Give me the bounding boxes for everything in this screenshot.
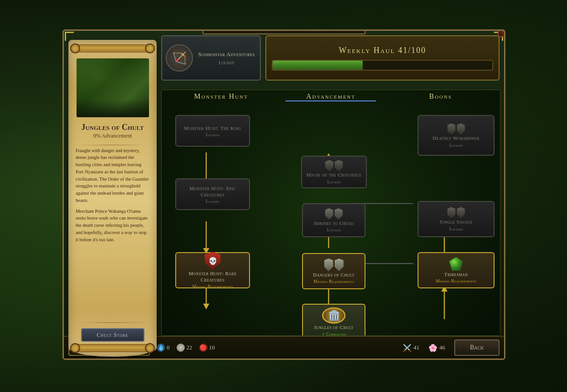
node-house-crocodile[interactable]: House of the Crocodile Locked — [301, 156, 367, 188]
scroll-top-rod — [74, 44, 151, 53]
monster-hunt-rare-title: Monster Hunt: Rare Creatures — [180, 271, 245, 282]
adventures-locked: Locked — [197, 60, 256, 65]
scroll-desc-para-2: Merchant Prince Wakanga O'tamu seeks bra… — [76, 208, 149, 244]
scroll-advancement: 9% Advancement — [93, 133, 132, 139]
scroll-divider-1 — [78, 145, 148, 145]
house-crocodile-title: House of the Crocodile — [307, 172, 362, 178]
node-monster-hunt-rare[interactable]: 💀 Monster Hunt: Rare Creatures Missing R… — [175, 252, 250, 288]
node-jungle-savage[interactable]: Jungle Savage Locked — [418, 201, 495, 237]
monster-hunt-rare-icon: 💀 — [205, 252, 221, 270]
currency-silver-value: 22 — [187, 344, 192, 351]
jungle-savage-icon — [447, 207, 465, 218]
col-header-monster-hunt: Monster Hunt — [176, 92, 266, 101]
deathly-worshipper-icon — [447, 123, 465, 134]
weekly-haul-title: Weekly Haul 41/100 — [339, 46, 426, 55]
deathly-worshipper-status: Locked — [449, 143, 463, 148]
dangers-chult-icon — [324, 258, 344, 271]
currency-silver-item: ⚬ 22 — [177, 344, 192, 352]
adventures-icon: 🏹 — [166, 44, 193, 72]
close-button[interactable]: × — [498, 29, 505, 37]
adventures-box: 🏹 Soshenstar Adventures Locked — [161, 35, 261, 81]
content-area: Monster Hunt Advancement Boons — [161, 90, 500, 336]
scroll-description: Fraught with danger and mystery, dense j… — [74, 147, 151, 320]
jungle-savage-title: Jungle Savage — [440, 219, 473, 225]
adventures-text: Soshenstar Adventures Locked — [197, 51, 256, 66]
currency-red-icon: 🔴 — [199, 344, 207, 352]
scroll-bottom-rod — [74, 344, 151, 352]
scroll-panel: Jungles of Chult 9% Advancement Fraught … — [68, 40, 157, 357]
node-dangers-chult[interactable]: Dangers of Chult Missing Requirements — [302, 253, 365, 289]
node-shrines-ubtao[interactable]: Shrines to Ubtao Locked — [302, 203, 365, 237]
jungles-chult-icon: 🏛️ — [322, 307, 346, 324]
stat-swords: ⚔️ 41 — [403, 344, 419, 352]
stat-flowers-value: 46 — [439, 344, 445, 351]
shrines-ubtao-title: Shrines to Ubtao — [314, 220, 354, 226]
node-monster-hunt-epic[interactable]: Monster Hunt: Epic Creatures Locked — [175, 178, 250, 210]
dangers-chult-title: Dangers of Chult — [313, 272, 355, 278]
scroll-divider-2 — [78, 322, 148, 323]
flowers-icon: 🌸 — [428, 344, 437, 352]
jungles-chult-title: Jungles of Chult — [314, 325, 354, 330]
house-crocodile-icon — [325, 160, 343, 171]
deathly-worshipper-title: Deathly Worshipper — [432, 135, 479, 141]
shrines-ubtao-status: Locked — [327, 227, 341, 232]
dangers-chult-status: Missing Requirements — [313, 279, 354, 284]
weekly-haul-progress-fill — [273, 61, 363, 70]
node-monster-hunt-king[interactable]: Monster Hunt: The King Locked — [175, 115, 250, 147]
weekly-haul-progress-bg — [272, 60, 493, 71]
adventures-icon-glyph: 🏹 — [172, 51, 187, 65]
monster-hunt-rare-status: Missing Requirements — [192, 284, 233, 289]
scroll-desc-para-1: Fraught with danger and mystery, dense j… — [76, 147, 149, 204]
scroll-zone-title: Jungles of Chult — [81, 123, 144, 133]
main-window: Sword Coast Chronicle × Jungles of Chult… — [62, 29, 505, 360]
currency-red-value: 10 — [209, 344, 215, 351]
monster-hunt-king-status: Locked — [206, 132, 219, 137]
node-jungles-chult[interactable]: 🏛️ Jungles of Chult ✓ Completed — [302, 304, 365, 336]
title-bar: Sword Coast Chronicle — [202, 29, 365, 34]
window-title: Sword Coast Chronicle — [225, 29, 342, 30]
house-crocodile-status: Locked — [327, 179, 341, 184]
stat-swords-value: 41 — [413, 344, 419, 351]
column-headers: Monster Hunt Advancement Boons — [162, 92, 500, 101]
stat-flowers: 🌸 46 — [428, 344, 445, 352]
shrines-ubtao-icon — [325, 208, 343, 220]
monster-hunt-king-title: Monster Hunt: The King — [184, 125, 241, 131]
chult-store-button[interactable]: Chult Store — [81, 328, 144, 342]
currency-blue-value: 0 — [167, 344, 170, 351]
adventures-name: Soshenstar Adventures — [197, 51, 256, 58]
stats-right: ⚔️ 41 🌸 46 Back — [403, 339, 500, 356]
scroll-image — [77, 58, 149, 117]
header-area: 🏹 Soshenstar Adventures Locked Weekly Ha… — [161, 35, 500, 85]
jungles-chult-status: ✓ Completed — [322, 331, 346, 336]
currency-blue-icon: 💧 — [157, 344, 165, 352]
col-header-advancement: Advancement — [285, 92, 376, 101]
swords-icon: ⚔️ — [403, 344, 412, 352]
node-tribesman[interactable]: Tribesman Missing Requirements — [418, 252, 495, 288]
tribesman-icon — [449, 257, 463, 271]
node-deathly-worshipper[interactable]: Deathly Worshipper Locked — [418, 115, 495, 156]
weekly-haul-box: Weekly Haul 41/100 — [265, 35, 500, 81]
monster-hunt-epic-status: Locked — [206, 199, 219, 204]
currency-red-item: 🔴 10 — [199, 344, 215, 352]
currency-silver-icon: ⚬ — [177, 344, 185, 352]
tribesman-title: Tribesman — [444, 272, 468, 277]
back-button[interactable]: Back — [454, 339, 500, 356]
tribesman-status: Missing Requirements — [436, 278, 476, 283]
monster-hunt-epic-title: Monster Hunt: Epic Creatures — [180, 186, 245, 197]
col-header-boons: Boons — [395, 92, 486, 101]
corner-decoration-tl — [65, 32, 74, 41]
jungle-savage-status: Locked — [449, 226, 463, 231]
currency-blue-item: 💧 0 — [157, 344, 170, 352]
